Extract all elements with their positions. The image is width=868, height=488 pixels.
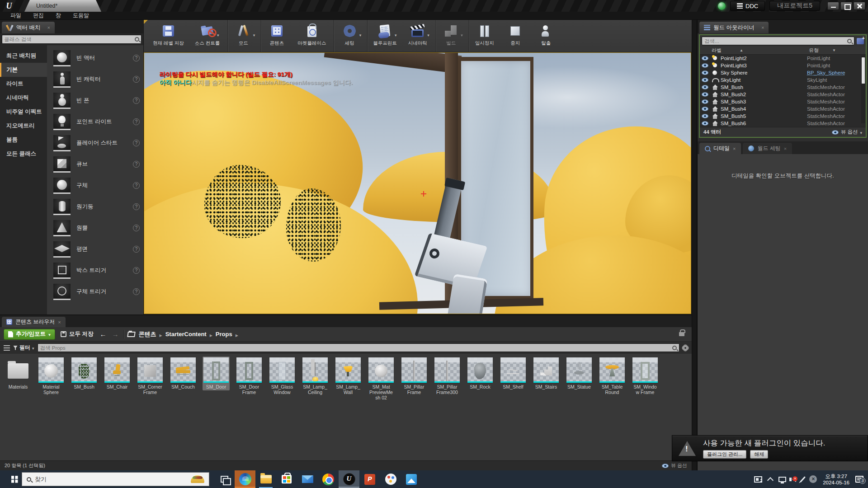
category-visual-effects[interactable]: 비주얼 이펙트 — [0, 105, 47, 119]
asset-sm-couch[interactable]: SM_Couch — [170, 357, 197, 390]
status-x-icon[interactable] — [809, 475, 817, 483]
actor-player-start[interactable]: 플레이어 스타트 — [47, 132, 143, 154]
menu-edit[interactable]: 편집 — [27, 12, 50, 19]
breadcrumb-content[interactable]: 콘텐츠 — [139, 330, 162, 338]
actor-box-trigger[interactable]: 박스 트리거 — [47, 260, 143, 281]
tab-world-settings[interactable]: 월드 세팅 × — [743, 143, 792, 154]
visibility-eye-icon[interactable] — [702, 63, 708, 68]
asset-materials-folder[interactable]: Materials — [5, 357, 32, 390]
close-tab-icon[interactable]: × — [784, 146, 787, 151]
visibility-eye-icon[interactable] — [702, 99, 708, 104]
asset-sm-window-frame[interactable]: SM_Window Frame — [632, 357, 659, 396]
outliner-row-sm-bush3[interactable]: SM_Bush3 StaticMeshActor — [700, 98, 866, 105]
panel-splitter[interactable] — [692, 20, 697, 470]
asset-sm-corner-frame[interactable]: SM_Corner Frame — [137, 357, 164, 396]
asset-material-sphere[interactable]: Material Sphere — [38, 357, 65, 396]
column-type[interactable]: 유형 — [809, 47, 819, 54]
actor-sphere[interactable]: 구체 — [47, 175, 143, 196]
widgets-icon[interactable] — [754, 476, 762, 483]
column-label[interactable]: 라벨 — [712, 47, 722, 54]
start-button[interactable] — [0, 470, 22, 488]
category-all-classes[interactable]: 모든 클래스 — [0, 147, 47, 161]
asset-sm-mat-previewmesh-02[interactable]: SM_Mat PreviewMesh 02 — [368, 357, 395, 401]
breadcrumb-startercontent[interactable]: StarterContent — [165, 330, 212, 338]
asset-sm-lamp-ceiling[interactable]: SM_Lamp_ Ceiling — [302, 357, 329, 396]
source-control-button[interactable]: ▾ 소스 컨트롤 — [189, 20, 225, 52]
outliner-search-box[interactable] — [702, 37, 854, 45]
category-volumes[interactable]: 볼륨 — [0, 133, 47, 147]
visibility-eye-icon[interactable] — [702, 70, 708, 75]
unreal-editor-icon[interactable] — [339, 470, 359, 488]
scrollbar-thumb[interactable] — [862, 57, 865, 84]
file-explorer-icon[interactable] — [255, 470, 276, 488]
microsoft-store-icon[interactable] — [276, 470, 297, 488]
close-tab-icon[interactable]: × — [733, 146, 736, 151]
visibility-eye-icon[interactable] — [702, 121, 708, 126]
outliner-row-skylight[interactable]: SkyLight SkyLight — [700, 76, 866, 84]
photos-icon[interactable] — [401, 470, 422, 488]
category-geometry[interactable]: 지오메트리 — [0, 119, 47, 133]
filter-button[interactable]: 필터 — [13, 344, 34, 352]
visibility-eye-icon[interactable] — [702, 56, 708, 61]
actor-plane[interactable]: 평면 — [47, 239, 143, 260]
menu-help[interactable]: 도움말 — [67, 12, 95, 19]
build-button[interactable]: ▾ 빌드 — [435, 20, 467, 52]
back-button[interactable]: ← — [99, 330, 108, 338]
cinematics-button[interactable]: ▾ 시네마틱 — [402, 20, 433, 52]
breadcrumb-props[interactable]: Props — [216, 330, 238, 338]
view-options-button[interactable]: 뷰 옵션 — [832, 129, 862, 136]
asset-sm-stairs[interactable]: SM_Stairs — [533, 357, 560, 390]
view-options-button[interactable]: 뷰 옵션 — [662, 462, 687, 469]
dismiss-button[interactable]: 해제 — [750, 450, 768, 459]
close-tab-icon[interactable]: × — [58, 319, 61, 325]
settings-button[interactable]: ▾ 세팅 — [334, 20, 365, 52]
actor-sphere-trigger[interactable]: 구체 트리거 — [47, 281, 143, 302]
document-tab[interactable]: Untitled* — [24, 0, 101, 12]
category-cinematic[interactable]: 시네마틱 — [0, 91, 47, 105]
outliner-row-sky-sphere[interactable]: Sky Sphere BP_Sky_Sphere — [700, 69, 866, 76]
chevron-up-icon[interactable] — [767, 477, 774, 483]
asset-search-box[interactable] — [38, 343, 679, 352]
outliner-row-sm-bush2[interactable]: SM_Bush2 StaticMeshActor — [700, 91, 866, 98]
add-actor-icon[interactable] — [857, 38, 864, 44]
task-view-button[interactable] — [214, 470, 235, 488]
forward-button[interactable]: → — [111, 330, 120, 338]
tab-world-outliner[interactable]: 월드 아웃라이너 × — [699, 22, 769, 33]
maximize-button[interactable] — [840, 2, 852, 10]
asset-sm-table-round[interactable]: SM_Table Round — [599, 357, 626, 396]
volume-muted-icon[interactable] — [792, 477, 796, 482]
taskbar-search-box[interactable] — [22, 472, 209, 486]
outliner-search-input[interactable] — [704, 38, 847, 44]
asset-sm-lamp-wall[interactable]: SM_Lamp_ Wall — [335, 357, 362, 396]
mail-icon[interactable] — [297, 470, 318, 488]
asset-sm-rock[interactable]: SM_Rock — [467, 357, 494, 390]
taskbar-clock[interactable]: 오후 3:27 2024-05-16 — [823, 473, 849, 486]
edge-icon[interactable] — [235, 470, 255, 488]
asset-sm-shelf[interactable]: SM_Shelf — [500, 357, 527, 390]
outliner-row-sm-bush[interactable]: SM_Bush StaticMeshActor — [700, 84, 866, 91]
asset-search-input[interactable] — [40, 345, 672, 351]
close-tab-icon[interactable]: × — [47, 25, 50, 30]
class-search-box[interactable] — [2, 35, 142, 44]
asset-sm-pillar-frame300[interactable]: SM_Pillar Frame300 — [434, 357, 461, 396]
asset-sm-statue[interactable]: SM_Statue — [566, 357, 593, 390]
category-basic[interactable]: 기본 — [0, 63, 47, 77]
actor-empty-actor[interactable]: 빈 액터 — [47, 47, 143, 69]
modes-button[interactable]: ▾ 모드 — [227, 20, 259, 52]
save-current-level-button[interactable]: 현재 레벨 저장 — [147, 20, 189, 52]
close-button[interactable] — [854, 2, 865, 10]
asset-sm-glass-window[interactable]: SM_Glass Window — [269, 357, 296, 396]
actor-empty-pawn[interactable]: 빈 폰 — [47, 90, 143, 111]
sources-panel-icon[interactable] — [4, 345, 10, 351]
tab-details[interactable]: 디테일 × — [699, 143, 741, 154]
visibility-eye-icon[interactable] — [702, 107, 708, 111]
eject-button[interactable]: 탈출 — [531, 20, 561, 52]
menu-file[interactable]: 파일 — [5, 12, 27, 19]
taskbar-search-input[interactable] — [35, 476, 187, 483]
visibility-eye-icon[interactable] — [702, 92, 708, 97]
stop-button[interactable]: 중지 — [500, 20, 531, 52]
actor-empty-character[interactable]: 빈 캐릭터 — [47, 69, 143, 90]
menu-window[interactable]: 창 — [50, 12, 67, 19]
visibility-eye-icon[interactable] — [702, 114, 708, 118]
3d-viewport[interactable]: 라이팅을 다시 빌드해야 합니다 (빌드 필요: 91개) 아직 아니다시지를 … — [144, 52, 691, 314]
